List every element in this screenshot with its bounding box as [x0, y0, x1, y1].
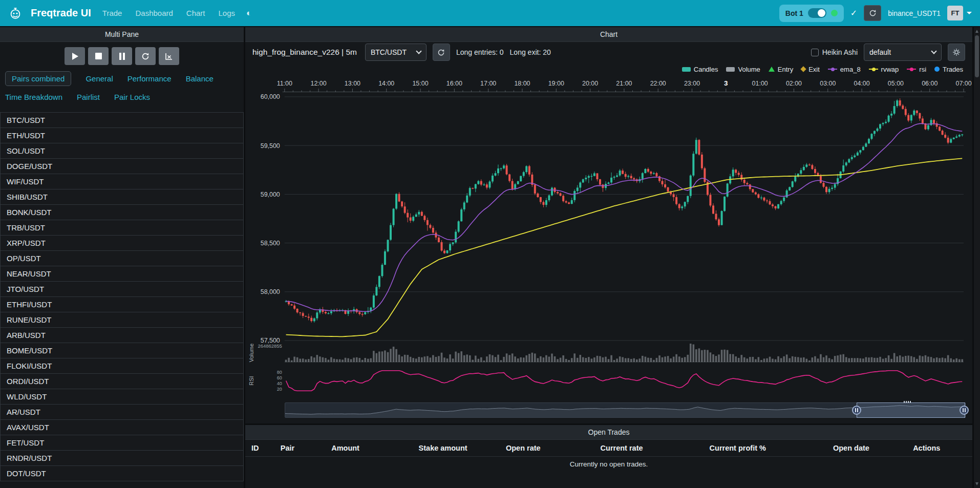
nav-item-trade[interactable]: Trade — [102, 9, 122, 17]
legend-item-rvwap[interactable]: rvwap — [869, 66, 899, 73]
pair-row-btc-usdt[interactable]: BTC/USDT — [0, 112, 244, 128]
navigator-selected-window[interactable] — [857, 402, 965, 418]
legend-label: Candles — [694, 66, 718, 73]
refresh-chart-button[interactable] — [433, 44, 450, 61]
svg-text:20:00: 20:00 — [582, 80, 598, 87]
pair-row-sol-usdt[interactable]: SOL/USDT — [0, 143, 244, 159]
pair-select[interactable]: BTC/USDT — [365, 44, 427, 61]
tab-general[interactable]: General — [86, 72, 113, 86]
legend-item-exit[interactable]: Exit — [801, 66, 820, 73]
chevron-down-icon — [416, 48, 421, 54]
nav-item-dashboard[interactable]: Dashboard — [135, 9, 173, 17]
pair-row-eth-usdt[interactable]: ETH/USDT — [0, 128, 244, 143]
tab-performance[interactable]: Performance — [127, 72, 172, 86]
column-header-actions: Actions — [907, 440, 972, 456]
bot-toggle-switch[interactable] — [808, 8, 826, 18]
pair-row-dot-usdt[interactable]: DOT/USDT — [0, 465, 244, 481]
stop-button[interactable] — [88, 47, 109, 65]
pair-row-bome-usdt[interactable]: BOME/USDT — [0, 343, 244, 358]
legend-item-ema-8[interactable]: ema_8 — [828, 66, 861, 73]
pair-row-bonk-usdt[interactable]: BONK/USDT — [0, 204, 244, 220]
pair-row-ar-usdt[interactable]: AR/USDT — [0, 404, 244, 420]
open-trades-panel: Open Trades IDPairAmountStake amountOpen… — [245, 425, 972, 488]
play-button[interactable] — [65, 47, 85, 65]
legend-item-volume[interactable]: Volume — [726, 66, 760, 73]
legend-item-rsi[interactable]: rsi — [907, 66, 926, 73]
svg-text:40: 40 — [277, 381, 282, 386]
tab-balance[interactable]: Balance — [186, 72, 214, 86]
svg-text:20: 20 — [277, 387, 282, 392]
page-scrollbar[interactable] — [974, 27, 980, 488]
navigator-right-handle[interactable] — [960, 406, 969, 415]
scrollbar-thumb[interactable] — [975, 35, 979, 77]
refresh-button[interactable] — [135, 47, 156, 65]
pair-row-shib-usdt[interactable]: SHIB/USDT — [0, 189, 244, 205]
pair-row-op-usdt[interactable]: OP/USDT — [0, 250, 244, 266]
pair-row-xrp-usdt[interactable]: XRP/USDT — [0, 235, 244, 251]
user-menu[interactable]: FT — [947, 6, 972, 20]
pair-row-rndr-usdt[interactable]: RNDR/USDT — [0, 450, 244, 466]
legend-label: Trades — [943, 66, 963, 73]
open-trades-empty-message: Currently no open trades. — [245, 457, 972, 472]
tab-pairlist[interactable]: Pairlist — [77, 90, 100, 104]
svg-text:3: 3 — [724, 79, 728, 87]
pair-row-ethfi-usdt[interactable]: ETHFI/USDT — [0, 296, 244, 312]
column-header-pair: Pair — [274, 440, 325, 456]
pair-row-trb-usdt[interactable]: TRB/USDT — [0, 220, 244, 236]
bot-online-indicator — [831, 10, 838, 16]
svg-text:23:00: 23:00 — [684, 80, 700, 87]
bot-selector[interactable]: Bot 1 — [779, 5, 844, 22]
tab-pairs-combined[interactable]: Pairs combined — [5, 71, 71, 86]
pair-row-ordi-usdt[interactable]: ORDI/USDT — [0, 373, 244, 389]
plot-settings-button[interactable] — [948, 44, 965, 61]
legend-item-trades[interactable]: Trades — [934, 66, 963, 73]
gear-icon — [952, 48, 961, 56]
scroll-up-arrow-icon[interactable] — [975, 30, 978, 33]
navigator-left-handle[interactable] — [852, 406, 861, 415]
stop-icon — [95, 53, 102, 59]
theme-toggle-icon[interactable]: ◐ — [246, 8, 251, 18]
chart-panel: Chart high_frog_binance_v226 | 5m BTC/US… — [245, 27, 972, 423]
pair-row-avax-usdt[interactable]: AVAX/USDT — [0, 419, 244, 435]
heikin-ashi-toggle[interactable]: Heikin Ashi — [811, 48, 858, 56]
pair-row-floki-usdt[interactable]: FLOKI/USDT — [0, 358, 244, 374]
chart-controls: high_frog_binance_v226 | 5m BTC/USDT Lon… — [245, 42, 972, 62]
svg-text:12:00: 12:00 — [311, 80, 327, 87]
reload-bot-button[interactable] — [864, 5, 881, 21]
nav-item-logs[interactable]: Logs — [219, 9, 236, 17]
nav-item-chart[interactable]: Chart — [186, 9, 205, 17]
svg-text:264862855: 264862855 — [258, 343, 282, 349]
svg-text:05:00: 05:00 — [888, 80, 904, 87]
bot-name-label: Bot 1 — [785, 9, 803, 17]
chart-column: Chart high_frog_binance_v226 | 5m BTC/US… — [245, 27, 972, 488]
chevron-down-icon — [931, 48, 936, 54]
scroll-down-arrow-icon[interactable] — [975, 482, 978, 485]
clear-chart-icon — [165, 52, 173, 60]
app-title[interactable]: Freqtrade UI — [31, 7, 91, 19]
pair-row-wld-usdt[interactable]: WLD/USDT — [0, 389, 244, 405]
pair-row-rune-usdt[interactable]: RUNE/USDT — [0, 312, 244, 328]
tab-pair-locks[interactable]: Pair Locks — [114, 90, 150, 104]
chart-zoom-navigator[interactable] — [285, 402, 966, 418]
pair-row-fet-usdt[interactable]: FET/USDT — [0, 435, 244, 451]
pair-row-jto-usdt[interactable]: JTO/USDT — [0, 281, 244, 297]
svg-text:59,500: 59,500 — [261, 142, 280, 150]
pair-row-doge-usdt[interactable]: DOGE/USDT — [0, 158, 244, 174]
pause-button[interactable] — [112, 47, 132, 65]
legend-exit-icon — [801, 66, 806, 72]
tab-time-breakdown[interactable]: Time Breakdown — [5, 90, 62, 104]
candlestick-chart[interactable]: 60,00059,50059,00058,50058,00057,50011:0… — [245, 76, 972, 398]
pair-row-arb-usdt[interactable]: ARB/USDT — [0, 327, 244, 343]
plot-config-select[interactable]: default — [864, 44, 942, 61]
clear-chart-button[interactable] — [159, 47, 179, 65]
heikin-ashi-checkbox[interactable] — [811, 49, 819, 56]
svg-text:80: 80 — [277, 370, 282, 375]
legend-item-candles[interactable]: Candles — [682, 66, 718, 73]
pair-row-wif-usdt[interactable]: WIF/USDT — [0, 174, 244, 189]
pair-list: BTC/USDTETH/USDTSOL/USDTDOGE/USDTWIF/USD… — [0, 112, 244, 488]
legend-candles-icon — [682, 67, 691, 72]
legend-item-entry[interactable]: Entry — [769, 66, 793, 73]
column-header-open-rate: Open rate — [500, 440, 594, 456]
svg-text:58,000: 58,000 — [261, 288, 280, 295]
pair-row-near-usdt[interactable]: NEAR/USDT — [0, 266, 244, 282]
